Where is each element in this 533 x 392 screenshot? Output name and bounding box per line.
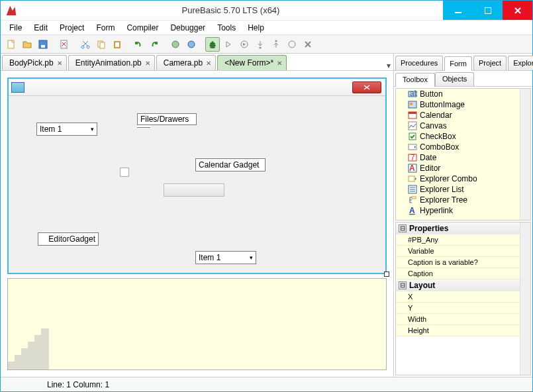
toolbox-item[interactable]: abButton: [396, 89, 530, 99]
svg-rect-4: [41, 45, 45, 48]
property-row[interactable]: Width: [396, 314, 530, 325]
continue-button[interactable]: [285, 37, 299, 52]
tab-label: Camera.pb: [164, 58, 203, 68]
toolbox-item[interactable]: CheckBox: [396, 131, 530, 142]
calendar-icon: [408, 111, 417, 120]
property-row[interactable]: Height: [396, 325, 530, 336]
progressbar-gadget[interactable]: [164, 183, 224, 197]
menu-help[interactable]: Help: [242, 22, 269, 34]
toolbox-list[interactable]: abButton ButtonImage Calendar Canvas Che…: [395, 88, 531, 220]
editor-tab[interactable]: <New Form>*✕: [217, 55, 287, 70]
close-icon[interactable]: ✕: [206, 60, 211, 67]
tab-explorer[interactable]: Explorer: [508, 56, 533, 70]
toolbox-item[interactable]: Canvas: [396, 121, 530, 131]
open-button[interactable]: [20, 37, 34, 52]
undo-button[interactable]: [131, 37, 146, 52]
close-icon[interactable]: ✕: [57, 60, 62, 67]
tab-form[interactable]: Form: [444, 56, 472, 71]
toolbox-item[interactable]: 7Date: [396, 152, 530, 163]
form-designer[interactable]: Item 1 Files/Drawers Calendar Gadget Edi…: [7, 77, 387, 274]
step-out-button[interactable]: [269, 37, 283, 52]
main-area: BodyPick.pb✕ EntityAnimation.pb✕ Camera.…: [1, 54, 532, 377]
menu-tools[interactable]: Tools: [212, 22, 241, 34]
svg-point-18: [289, 41, 295, 48]
combobox-gadget[interactable]: Item 1: [36, 122, 97, 136]
close-icon[interactable]: ✕: [277, 60, 282, 67]
properties-panel[interactable]: Properties #PB_Any Variable Caption is a…: [395, 222, 531, 375]
button-icon: ab: [408, 89, 417, 99]
minimize-button[interactable]: [443, 1, 473, 20]
toolbox-item[interactable]: ComboBox: [396, 142, 530, 152]
toolbox-item[interactable]: AHyperlink: [396, 205, 530, 216]
stop-button[interactable]: [301, 37, 315, 52]
tab-procedures[interactable]: Procedures: [395, 56, 443, 70]
buttonimage-icon: [408, 100, 417, 109]
menu-compiler[interactable]: Compiler: [121, 22, 164, 34]
debug-button[interactable]: [205, 37, 220, 52]
property-row[interactable]: Variable: [396, 246, 530, 257]
editor-tab[interactable]: BodyPick.pb✕: [2, 55, 67, 70]
tab-label: BodyPick.pb: [9, 58, 54, 68]
menu-debugger[interactable]: Debugger: [165, 22, 211, 34]
toolbox-scrollbar[interactable]: [520, 89, 530, 220]
maximize-button[interactable]: [473, 1, 503, 20]
property-row[interactable]: #PB_Any: [396, 234, 530, 246]
combobox-gadget-2[interactable]: Item 1: [195, 251, 256, 264]
editor-gadget[interactable]: EditorGadget: [38, 232, 99, 246]
properties-scrollbar[interactable]: [520, 222, 530, 375]
step-over-button[interactable]: [237, 37, 252, 52]
tabs-overflow-icon[interactable]: ▾: [387, 61, 391, 70]
subtab-toolbox[interactable]: Toolbox: [395, 73, 435, 87]
svg-text:A: A: [409, 206, 415, 215]
output-panel[interactable]: [7, 278, 387, 370]
close-button[interactable]: [503, 1, 532, 20]
property-row[interactable]: X: [396, 291, 530, 303]
menu-edit[interactable]: Edit: [28, 22, 53, 34]
menu-form[interactable]: Form: [91, 22, 120, 34]
svg-rect-11: [115, 42, 119, 47]
toolbox-item[interactable]: Explorer List: [396, 184, 530, 195]
toolbox-item[interactable]: Explorer Tree: [396, 195, 530, 205]
toolbox-item[interactable]: Calendar: [396, 110, 530, 121]
properties-header[interactable]: Properties: [396, 222, 530, 234]
svg-point-13: [188, 41, 195, 48]
save-button[interactable]: [36, 37, 50, 52]
copy-button[interactable]: [94, 37, 109, 52]
layout-header[interactable]: Layout: [396, 279, 530, 291]
close-icon[interactable]: ✕: [145, 60, 150, 67]
property-row[interactable]: Caption: [396, 268, 530, 279]
step-button[interactable]: [221, 37, 236, 52]
step-into-button[interactable]: [253, 37, 267, 52]
editor-tab[interactable]: EntityAnimation.pb✕: [68, 55, 155, 70]
toolbox-label: Editor: [420, 164, 440, 173]
property-row[interactable]: Y: [396, 303, 530, 314]
redo-button[interactable]: [147, 37, 162, 52]
toolbox-label: ButtonImage: [420, 100, 465, 109]
toolbox-label: Date: [420, 153, 436, 162]
form-close-button[interactable]: [352, 81, 381, 93]
cut-button[interactable]: [78, 37, 93, 52]
calendar-gadget[interactable]: Calendar Gadget: [195, 158, 266, 172]
toolbox-item[interactable]: ButtonImage: [396, 99, 530, 110]
compile-run-button[interactable]: [184, 37, 199, 52]
string-gadget[interactable]: Files/Drawers: [137, 113, 197, 125]
svg-rect-24: [409, 112, 416, 114]
paste-button[interactable]: [110, 37, 124, 52]
toolbox-item[interactable]: AEditor: [396, 163, 530, 173]
svg-rect-25: [409, 122, 416, 130]
subtab-objects[interactable]: Objects: [435, 72, 474, 86]
property-row[interactable]: Caption is a variable?: [396, 257, 530, 268]
new-button[interactable]: [4, 37, 19, 52]
editor-tab[interactable]: Camera.pb✕: [156, 55, 216, 70]
svg-point-12: [172, 41, 179, 48]
compile-button[interactable]: [168, 37, 183, 52]
menu-file[interactable]: File: [4, 22, 27, 34]
form-resize-handle[interactable]: [384, 271, 389, 277]
menu-project[interactable]: Project: [54, 22, 89, 34]
checkbox-gadget[interactable]: [120, 168, 129, 177]
string-gadget-bottom[interactable]: [137, 125, 150, 128]
toolbox-item[interactable]: Explorer Combo: [396, 173, 530, 184]
close-file-button[interactable]: [57, 37, 72, 52]
tab-project[interactable]: Project: [473, 56, 507, 70]
form-design-surface[interactable]: Item 1 Files/Drawers Calendar Gadget Edi…: [10, 97, 384, 271]
